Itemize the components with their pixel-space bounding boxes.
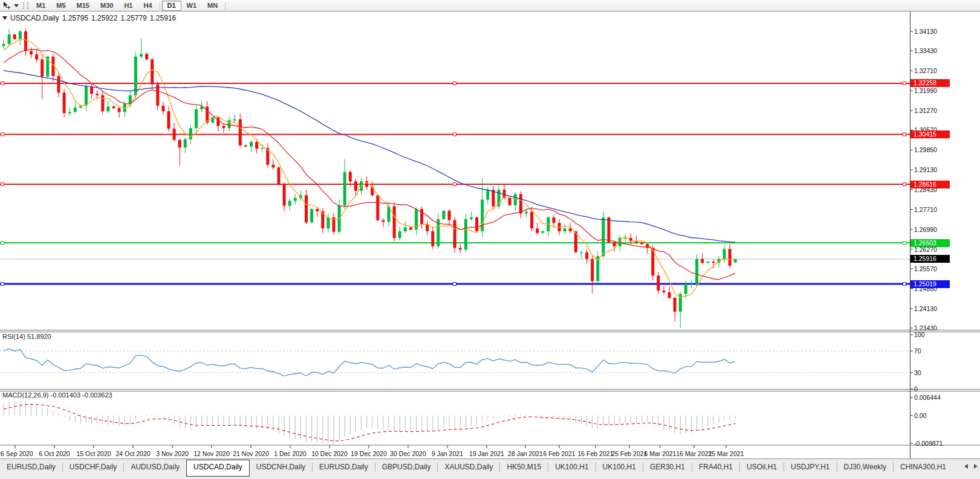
timeframe-buttons: M1M5M15M30H1H4D1W1MN bbox=[31, 1, 223, 11]
chart-tab-china300-h1[interactable]: CHINA300,H1 bbox=[894, 461, 953, 475]
candle-body bbox=[35, 54, 38, 59]
candle-body bbox=[585, 252, 588, 259]
tab-scroll-right-icon[interactable] bbox=[974, 464, 978, 469]
candle-body bbox=[118, 108, 121, 112]
level-line-handle[interactable] bbox=[453, 183, 456, 186]
candle-body bbox=[112, 106, 115, 108]
chart-tab-eurusd-daily[interactable]: EURUSD,Daily bbox=[0, 461, 62, 475]
candle-body bbox=[398, 231, 401, 238]
tab-scroll-left-icon[interactable] bbox=[964, 464, 968, 469]
timeframe-button-m15[interactable]: M15 bbox=[71, 1, 95, 11]
candle-body bbox=[420, 209, 423, 224]
chart-tab-eurusd-daily[interactable]: EURUSD,Daily bbox=[313, 461, 375, 475]
candle-body bbox=[712, 262, 715, 263]
candle-body bbox=[536, 228, 539, 233]
candle-body bbox=[525, 212, 528, 214]
level-line-handle[interactable] bbox=[1, 82, 4, 85]
candle-body bbox=[19, 31, 22, 39]
candle-body bbox=[354, 181, 357, 191]
candle-body bbox=[305, 195, 308, 222]
chart-tab-hk50-m15[interactable]: HK50,M15 bbox=[500, 461, 548, 475]
chart-tab-uk100-h1[interactable]: UK100,H1 bbox=[596, 461, 643, 475]
tab-scroll-buttons bbox=[964, 464, 978, 469]
chart-tab-usdcnh-daily[interactable]: USDCNH,Daily bbox=[250, 461, 312, 475]
level-line-handle[interactable] bbox=[453, 133, 456, 136]
chart-tab-gbpusd-daily[interactable]: GBPUSD,Daily bbox=[375, 461, 438, 475]
candle-body bbox=[30, 51, 33, 55]
cursor-dropdown-icon[interactable] bbox=[14, 4, 19, 7]
chart-tab-usdchf-daily[interactable]: USDCHF,Daily bbox=[63, 461, 124, 475]
candle-body bbox=[684, 284, 687, 294]
candle-body bbox=[216, 118, 219, 126]
collapse-indicator-icon[interactable] bbox=[2, 16, 7, 20]
candle-body bbox=[13, 34, 16, 39]
timeframe-button-m30[interactable]: M30 bbox=[95, 1, 118, 11]
candle-body bbox=[701, 259, 704, 263]
candle-body bbox=[404, 227, 407, 231]
candle-body bbox=[106, 106, 109, 111]
candle-body bbox=[63, 92, 66, 113]
candle-body bbox=[233, 119, 236, 120]
level-line-handle[interactable] bbox=[1, 283, 4, 286]
symbol-name: USDCAD,Daily bbox=[10, 14, 59, 22]
candle-body bbox=[161, 106, 164, 111]
crosshair-cursor-icon[interactable] bbox=[1, 1, 12, 10]
chart-tab-xauusd-daily[interactable]: XAUUSD,Daily bbox=[438, 461, 499, 475]
candle-body bbox=[294, 198, 297, 201]
chart-tab-usoil-h1[interactable]: USOil,H1 bbox=[740, 461, 784, 475]
chart-tab-usdjpy-h1[interactable]: USDJPY,H1 bbox=[784, 461, 836, 475]
timeframe-button-d1[interactable]: D1 bbox=[162, 1, 181, 11]
candle-body bbox=[690, 284, 693, 285]
candle-body bbox=[470, 217, 473, 219]
candle-body bbox=[24, 31, 27, 51]
ohlc-high: 1.25922 bbox=[91, 14, 117, 22]
timeframe-button-h1[interactable]: H1 bbox=[118, 1, 138, 11]
chart-tab-audusd-daily[interactable]: AUDUSD,Daily bbox=[124, 461, 186, 475]
candle-body bbox=[431, 231, 434, 246]
chart-tab-ger30-h1[interactable]: GER30,H1 bbox=[643, 461, 692, 475]
level-line-handle[interactable] bbox=[453, 283, 456, 286]
level-line-handle[interactable] bbox=[903, 183, 906, 186]
level-line-handle[interactable] bbox=[1, 133, 4, 136]
level-line-handle[interactable] bbox=[903, 133, 906, 136]
timeframe-button-m5[interactable]: M5 bbox=[51, 1, 71, 11]
candle-body bbox=[326, 217, 329, 228]
candle-body bbox=[310, 209, 313, 222]
candle-body bbox=[316, 209, 319, 211]
ohlc-open: 1.25795 bbox=[62, 14, 88, 22]
timeframe-button-m1[interactable]: M1 bbox=[31, 1, 51, 11]
timeframe-button-w1[interactable]: W1 bbox=[181, 1, 203, 11]
candle-body bbox=[475, 217, 478, 231]
ohlc-low: 1.25779 bbox=[120, 14, 146, 22]
timeframe-button-h4[interactable]: H4 bbox=[138, 1, 157, 11]
candle-body bbox=[729, 249, 732, 266]
candle-body bbox=[459, 248, 462, 249]
level-line-handle[interactable] bbox=[453, 82, 456, 85]
candle-body bbox=[640, 242, 643, 244]
chart-canvas[interactable] bbox=[0, 0, 980, 479]
timeframe-button-mn[interactable]: MN bbox=[202, 1, 223, 11]
toolbar-grip[interactable] bbox=[23, 2, 28, 9]
chart-title: USDCAD,Daily 1.25795 1.25922 1.25779 1.2… bbox=[2, 14, 176, 22]
level-line-handle[interactable] bbox=[1, 183, 4, 186]
candle-body bbox=[189, 128, 192, 139]
candle-body bbox=[349, 172, 352, 182]
candle-body bbox=[695, 259, 698, 284]
candle-body bbox=[393, 207, 396, 238]
candle-body bbox=[96, 94, 99, 95]
level-line-handle[interactable] bbox=[903, 242, 906, 245]
chart-tab-uk100-h1[interactable]: UK100,H1 bbox=[548, 461, 595, 475]
chart-tab-dj30-weekly[interactable]: DJ30,Weekly bbox=[837, 461, 893, 475]
chart-tab-fra40-h1[interactable]: FRA40,H1 bbox=[692, 461, 739, 475]
candle-body bbox=[101, 95, 104, 112]
candle-body bbox=[184, 140, 187, 148]
chart-tab-usdcad-daily[interactable]: USDCAD,Daily bbox=[186, 460, 250, 477]
level-line-handle[interactable] bbox=[903, 283, 906, 286]
candle-body bbox=[723, 249, 726, 259]
toolbar-separator bbox=[160, 2, 160, 10]
candle-body bbox=[244, 146, 247, 147]
level-line-handle[interactable] bbox=[1, 242, 4, 245]
level-line-handle[interactable] bbox=[903, 82, 906, 85]
toolbar-separator bbox=[225, 2, 226, 10]
candle-body bbox=[530, 212, 533, 229]
